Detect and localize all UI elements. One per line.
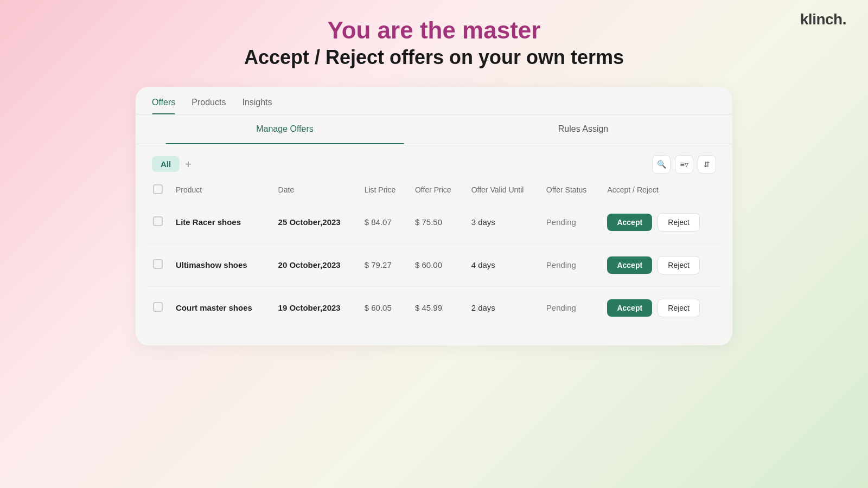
reject-button-2[interactable]: Reject bbox=[658, 299, 700, 317]
row-checkbox-1[interactable] bbox=[153, 259, 163, 269]
row-list-price-2: $ 60.05 bbox=[358, 286, 409, 329]
table-row: Ultimashow shoes 20 October,2023 $ 79.27… bbox=[146, 243, 722, 286]
accept-button-0[interactable]: Accept bbox=[607, 214, 652, 231]
row-date-1: 20 October,2023 bbox=[272, 243, 358, 286]
hero-title: You are the master bbox=[244, 16, 624, 45]
reject-button-0[interactable]: Reject bbox=[658, 213, 700, 232]
filter-bar: All + 🔍 ≡▿ ⇵ bbox=[136, 155, 732, 179]
row-product-0: Lite Racer shoes bbox=[169, 201, 272, 244]
all-filter-button[interactable]: All bbox=[152, 156, 180, 172]
sub-tab-rules-assign[interactable]: Rules Assign bbox=[434, 114, 732, 144]
search-icon: 🔍 bbox=[657, 160, 666, 169]
row-offer-price-0: $ 75.50 bbox=[409, 201, 465, 244]
row-checkbox-0[interactable] bbox=[153, 216, 163, 226]
row-list-price-0: $ 84.07 bbox=[358, 201, 409, 244]
row-checkbox-cell bbox=[146, 286, 169, 329]
main-tabs: Offers Products Insights bbox=[136, 87, 732, 114]
row-actions-0: Accept Reject bbox=[601, 201, 722, 244]
col-offer-status: Offer Status bbox=[540, 179, 601, 201]
row-date-2: 19 October,2023 bbox=[272, 286, 358, 329]
logo-text: klinch. bbox=[800, 11, 846, 28]
col-product: Product bbox=[169, 179, 272, 201]
filter-right: 🔍 ≡▿ ⇵ bbox=[652, 155, 716, 174]
hero-section: You are the master Accept / Reject offer… bbox=[244, 16, 624, 70]
offers-table-container: Product Date List Price Offer Price Offe… bbox=[136, 179, 732, 329]
row-status-1: Pending bbox=[540, 243, 601, 286]
row-product-2: Court master shoes bbox=[169, 286, 272, 329]
row-actions-1: Accept Reject bbox=[601, 243, 722, 286]
tab-insights[interactable]: Insights bbox=[242, 98, 272, 114]
table-row: Lite Racer shoes 25 October,2023 $ 84.07… bbox=[146, 201, 722, 244]
table-row: Court master shoes 19 October,2023 $ 60.… bbox=[146, 286, 722, 329]
filter-icon: ≡▿ bbox=[680, 160, 688, 169]
sub-tab-manage-offers[interactable]: Manage Offers bbox=[136, 114, 434, 144]
hero-subtitle: Accept / Reject offers on your own terms bbox=[244, 45, 624, 70]
col-accept-reject: Accept / Reject bbox=[601, 179, 722, 201]
accept-button-2[interactable]: Accept bbox=[607, 299, 652, 317]
accept-button-1[interactable]: Accept bbox=[607, 256, 652, 274]
header-checkbox[interactable] bbox=[153, 184, 163, 194]
add-filter-button[interactable]: + bbox=[185, 159, 192, 170]
col-checkbox bbox=[146, 179, 169, 201]
sub-tabs: Manage Offers Rules Assign bbox=[136, 114, 732, 144]
row-offer-price-2: $ 45.99 bbox=[409, 286, 465, 329]
logo: klinch. bbox=[800, 11, 846, 28]
row-checkbox-cell bbox=[146, 243, 169, 286]
offers-table: Product Date List Price Offer Price Offe… bbox=[146, 179, 722, 329]
col-offer-price: Offer Price bbox=[409, 179, 465, 201]
row-valid-until-1: 4 days bbox=[465, 243, 540, 286]
sort-icon: ⇵ bbox=[704, 160, 710, 169]
row-status-0: Pending bbox=[540, 201, 601, 244]
row-checkbox-2[interactable] bbox=[153, 302, 163, 312]
reject-button-1[interactable]: Reject bbox=[658, 256, 700, 274]
search-icon-button[interactable]: 🔍 bbox=[652, 155, 671, 174]
col-date: Date bbox=[272, 179, 358, 201]
table-header-row: Product Date List Price Offer Price Offe… bbox=[146, 179, 722, 201]
row-status-2: Pending bbox=[540, 286, 601, 329]
col-list-price: List Price bbox=[358, 179, 409, 201]
row-offer-price-1: $ 60.00 bbox=[409, 243, 465, 286]
main-card: Offers Products Insights Manage Offers R… bbox=[136, 87, 732, 345]
sort-icon-button[interactable]: ⇵ bbox=[698, 155, 716, 174]
row-valid-until-0: 3 days bbox=[465, 201, 540, 244]
tab-offers[interactable]: Offers bbox=[152, 98, 175, 114]
tab-products[interactable]: Products bbox=[192, 98, 226, 114]
row-list-price-1: $ 79.27 bbox=[358, 243, 409, 286]
row-date-0: 25 October,2023 bbox=[272, 201, 358, 244]
row-checkbox-cell bbox=[146, 201, 169, 244]
row-product-1: Ultimashow shoes bbox=[169, 243, 272, 286]
filter-icon-button[interactable]: ≡▿ bbox=[675, 155, 693, 174]
row-valid-until-2: 2 days bbox=[465, 286, 540, 329]
row-actions-2: Accept Reject bbox=[601, 286, 722, 329]
col-valid-until: Offer Valid Until bbox=[465, 179, 540, 201]
filter-left: All + bbox=[152, 156, 192, 172]
